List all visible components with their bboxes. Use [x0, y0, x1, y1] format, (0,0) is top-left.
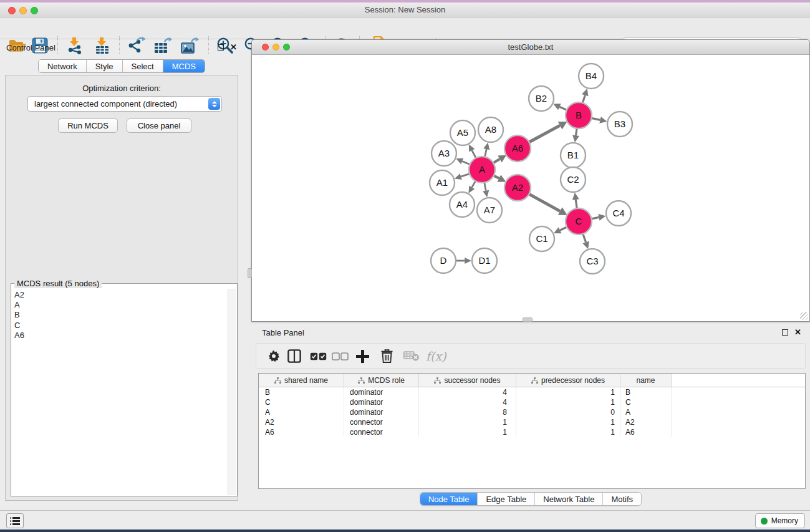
table-toolbar: f(x)	[256, 343, 806, 369]
mcds-result-title: MCDS result (5 nodes)	[14, 279, 102, 288]
node-label-A5: A5	[457, 127, 468, 138]
resize-grip-icon[interactable]	[800, 312, 808, 320]
edge-A-A7[interactable]	[485, 183, 486, 191]
column-header-name[interactable]: name	[620, 374, 672, 387]
table-row[interactable]: Adominator80A	[259, 407, 805, 417]
tab-network[interactable]: Network	[39, 60, 87, 72]
edge-C-C2[interactable]	[576, 200, 577, 208]
criterion-select[interactable]: largest connected component (directed)	[27, 96, 222, 112]
control-panel-tabs: NetworkStyleSelectMCDS	[38, 59, 205, 73]
table-panel-title: Table Panel	[262, 328, 304, 337]
memory-button[interactable]: Memory	[755, 513, 805, 528]
network-view-window: testGlobe.txt AA1A2A3A4A5A6A7A8BB1B2B3B4…	[251, 39, 810, 322]
tab-node-table[interactable]: Node Table	[420, 493, 478, 505]
node-label-B: B	[576, 110, 582, 120]
split-view-icon[interactable]	[287, 347, 301, 365]
edge-A-A4[interactable]	[472, 181, 476, 187]
delete-table-icon[interactable]	[403, 347, 420, 365]
tab-network-table[interactable]: Network Table	[535, 493, 603, 505]
column-header-shared-name[interactable]: shared name	[259, 374, 344, 387]
node-table-body: Bdominator41BCdominator41CAdominator80AA…	[259, 387, 805, 437]
window-title: Session: New Session	[0, 5, 810, 14]
arrowhead-icon	[599, 117, 607, 123]
column-header-successor-nodes[interactable]: successor nodes	[419, 374, 516, 387]
mcds-result-item[interactable]: A6	[14, 331, 225, 341]
table-row[interactable]: Cdominator41C	[259, 397, 805, 407]
edge-B-B3[interactable]	[592, 118, 600, 120]
desktop-edge-bottom	[0, 530, 810, 532]
control-panel-title: Control Panel	[6, 43, 55, 52]
mcds-result-item[interactable]: A	[14, 300, 225, 310]
select-stepper-icon	[208, 98, 220, 110]
mcds-result-item[interactable]: B	[14, 310, 225, 320]
node-label-A7: A7	[484, 205, 495, 215]
mcds-result-scrollbar[interactable]	[228, 289, 236, 495]
run-mcds-button[interactable]: Run MCDS	[58, 118, 118, 133]
edge-B-B1[interactable]	[576, 128, 577, 135]
main-toolbar	[0, 17, 810, 39]
close-panel-button[interactable]: Close panel	[127, 118, 191, 133]
column-type-icon	[531, 377, 538, 384]
node-label-A4: A4	[456, 199, 468, 210]
tab-style[interactable]: Style	[87, 60, 123, 72]
arrowhead-icon	[582, 89, 588, 96]
edge-A-A2[interactable]	[494, 176, 499, 178]
node-label-C2: C2	[567, 174, 579, 185]
arrowhead-icon	[598, 214, 605, 221]
edge-A-A5[interactable]	[472, 150, 476, 158]
mcds-result-item[interactable]: C	[14, 321, 225, 331]
tab-edge-table[interactable]: Edge Table	[478, 493, 535, 505]
edge-A-A8[interactable]	[485, 149, 486, 157]
edge-C-C3[interactable]	[583, 234, 586, 243]
horizontal-scroll-thumb[interactable]	[523, 317, 533, 322]
edge-A-A6[interactable]	[493, 159, 499, 163]
arrowhead-icon	[483, 143, 489, 150]
delete-column-icon[interactable]	[381, 347, 393, 365]
column-header-predecessor-nodes[interactable]: predecessor nodes	[516, 374, 620, 387]
statusbar: Memory	[0, 510, 810, 530]
function-builder-icon[interactable]: f(x)	[426, 347, 446, 365]
float-panel-icon[interactable]	[218, 44, 224, 51]
mcds-result-list[interactable]: A2ABCA6	[12, 289, 228, 495]
node-table[interactable]: shared nameMCDS rolesuccessor nodesprede…	[258, 373, 806, 489]
edge-C-C1[interactable]	[560, 227, 567, 230]
tab-motifs[interactable]: Motifs	[603, 493, 641, 505]
table-panel: Table Panel ✕ f(x) shared nameMCDS roles…	[251, 324, 810, 509]
tab-select[interactable]: Select	[123, 60, 163, 72]
table-panel-tabs: Node TableEdge TableNetwork TableMotifs	[420, 492, 642, 506]
tab-mcds[interactable]: MCDS	[163, 60, 205, 72]
edge-A-A1[interactable]	[461, 174, 470, 177]
network-window-title: testGlobe.txt	[252, 42, 809, 52]
network-window-titlebar[interactable]: testGlobe.txt	[252, 40, 809, 55]
node-label-C3: C3	[586, 256, 598, 266]
memory-status-icon	[761, 518, 768, 525]
table-row[interactable]: Bdominator41B	[259, 387, 805, 397]
node-label-C: C	[576, 216, 582, 226]
arrowhead-icon	[465, 258, 471, 264]
node-label-B3: B3	[614, 118, 625, 129]
close-panel-icon[interactable]: ✕	[230, 44, 237, 51]
select-all-icon[interactable]	[310, 347, 327, 365]
criterion-value: largest connected component (directed)	[34, 99, 177, 109]
deselect-all-icon[interactable]	[332, 347, 349, 365]
edge-A-A3[interactable]	[462, 161, 470, 164]
control-panel: Control Panel ✕ NetworkStyleSelectMCDS O…	[0, 39, 243, 508]
network-canvas[interactable]: AA1A2A3A4A5A6A7A8BB1B2B3B4CC1C2C3C4DD1	[253, 55, 809, 321]
gear-icon[interactable]	[268, 347, 280, 365]
edge-C-C4[interactable]	[592, 217, 599, 218]
show-panels-button[interactable]	[6, 513, 24, 528]
mcds-result-item[interactable]: A2	[14, 290, 225, 300]
table-row[interactable]: A6connector11A6	[259, 427, 805, 437]
add-column-icon[interactable]	[356, 347, 369, 365]
edge-B-B4[interactable]	[582, 95, 585, 103]
edge-B-B2[interactable]	[559, 107, 566, 110]
edge-A6-B[interactable]	[529, 125, 560, 142]
edge-A2-C[interactable]	[529, 194, 560, 211]
vertical-scroll-thumb[interactable]	[248, 268, 252, 278]
table-float-panel-icon[interactable]	[782, 329, 788, 336]
column-type-icon	[274, 377, 281, 384]
node-label-B4: B4	[586, 70, 597, 81]
column-header-MCDS-role[interactable]: MCDS role	[344, 374, 419, 387]
table-close-panel-icon[interactable]: ✕	[794, 329, 801, 336]
table-row[interactable]: A2connector11A2	[259, 417, 805, 427]
